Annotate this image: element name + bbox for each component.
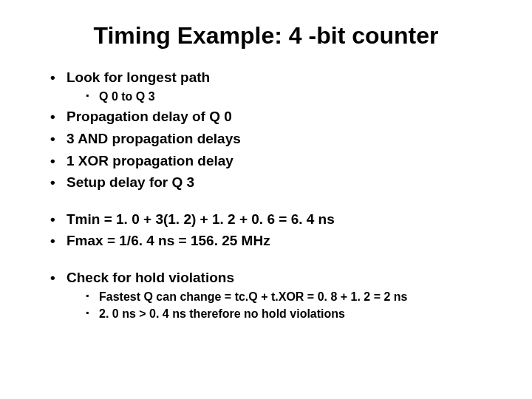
sub-bullet-text: Fastest Q can change = tc.Q + t.XOR = 0.… [99,290,408,303]
bullet-list: Look for longest path Q 0 to Q 3 Propaga… [50,68,502,192]
sub-bullet-item: Fastest Q can change = tc.Q + t.XOR = 0.… [86,289,502,305]
sub-bullet-text: Q 0 to Q 3 [99,90,155,103]
bullet-item: Setup delay for Q 3 [50,173,502,192]
sub-bullet-list: Fastest Q can change = tc.Q + t.XOR = 0.… [86,289,502,322]
bullet-text: Propagation delay of Q 0 [66,109,232,124]
bullet-item: Tmin = 1. 0 + 3(1. 2) + 1. 2 + 0. 6 = 6.… [50,210,502,229]
bullet-text: Check for hold violations [66,270,234,285]
spacer [30,253,502,268]
sub-bullet-text: 2. 0 ns > 0. 4 ns therefore no hold viol… [99,307,345,320]
spacer [30,195,502,210]
bullet-text: Setup delay for Q 3 [66,174,194,190]
bullet-item: 3 AND propagation delays [50,129,502,149]
slide-title: Timing Example: 4 -bit counter [30,22,502,50]
bullet-item: Check for hold violations Fastest Q can … [50,268,502,322]
bullet-item: Look for longest path Q 0 to Q 3 [50,68,502,104]
bullet-text: Tmin = 1. 0 + 3(1. 2) + 1. 2 + 0. 6 = 6.… [66,211,335,227]
slide: Timing Example: 4 -bit counter Look for … [0,0,532,399]
bullet-text: Look for longest path [66,69,210,85]
bullet-text: 1 XOR propagation delay [66,153,233,168]
sub-bullet-list: Q 0 to Q 3 [86,89,502,105]
sub-bullet-item: 2. 0 ns > 0. 4 ns therefore no hold viol… [86,306,502,322]
bullet-text: Fmax = 1/6. 4 ns = 156. 25 MHz [66,233,270,248]
bullet-list: Check for hold violations Fastest Q can … [50,268,502,322]
bullet-item: Fmax = 1/6. 4 ns = 156. 25 MHz [50,231,502,250]
bullet-item: 1 XOR propagation delay [50,151,502,171]
bullet-item: Propagation delay of Q 0 [50,107,502,126]
sub-bullet-item: Q 0 to Q 3 [86,89,502,105]
bullet-list: Tmin = 1. 0 + 3(1. 2) + 1. 2 + 0. 6 = 6.… [50,210,502,250]
bullet-text: 3 AND propagation delays [66,131,241,146]
